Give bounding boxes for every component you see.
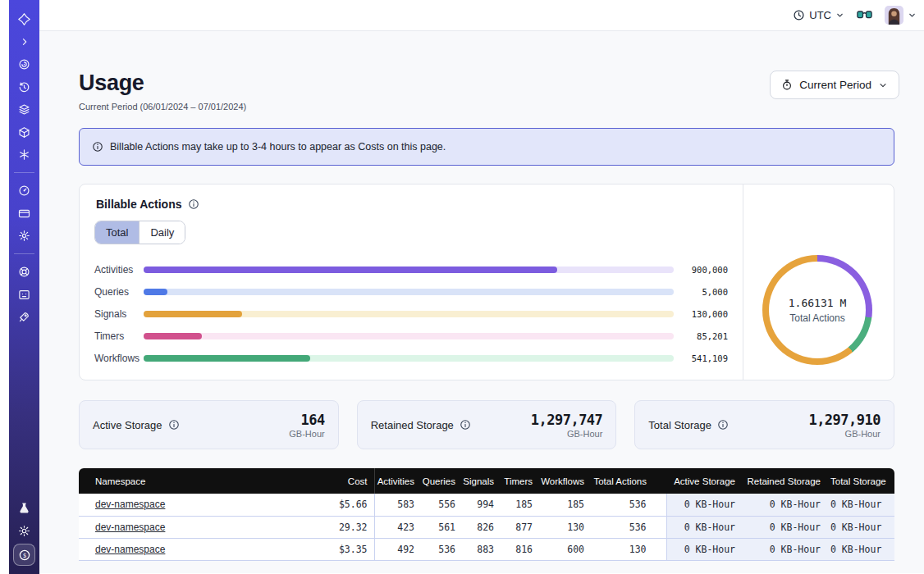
table-cell: 883 [458, 538, 496, 560]
history-icon[interactable] [14, 76, 35, 98]
rocket-icon[interactable] [14, 307, 35, 328]
gear-icon[interactable] [14, 226, 35, 247]
namespace-cell[interactable]: dev-namespace [79, 516, 302, 538]
info-icon[interactable] [717, 419, 729, 430]
bar-row-signals: Signals130,000 [94, 303, 728, 325]
bar-fill [144, 355, 310, 362]
namespace-link[interactable]: dev-namespace [95, 522, 165, 533]
main-area: UTC Usage Current Period (06/01/2024 – 0… [39, 0, 924, 574]
info-icon [92, 141, 103, 153]
column-header-active-storage: Active Storage [666, 468, 745, 494]
namespace-cell[interactable]: dev-namespace [79, 494, 302, 516]
sun-icon[interactable] [13, 520, 34, 541]
info-banner: Billable Actions may take up to 3-4 hour… [79, 128, 894, 166]
bar-value: 85,201 [674, 331, 728, 341]
cube-icon[interactable] [14, 121, 35, 143]
period-dropdown-button[interactable]: Current Period [770, 71, 899, 99]
billable-bars-chart: Activities900,000Queries5,000Signals130,… [94, 258, 728, 369]
bar-value: 900,000 [674, 265, 728, 275]
chevron-right-icon[interactable] [14, 31, 35, 52]
column-header-retained-storage: Retained Storage [745, 468, 830, 494]
page-title: Usage [79, 69, 246, 97]
namespace-link[interactable]: dev-namespace [95, 499, 165, 510]
bar-value: 130,000 [674, 309, 728, 319]
namespaces-icon[interactable] [14, 54, 35, 75]
sidebar: $ [9, 0, 39, 574]
bar-row-activities: Activities900,000 [94, 258, 728, 280]
lifebuoy-icon[interactable] [14, 262, 35, 283]
asterisk-icon[interactable] [14, 144, 35, 166]
dollar-coin-icon[interactable]: $ [13, 544, 35, 566]
bar-track [144, 311, 674, 317]
table-cell: 600 [535, 538, 587, 560]
storage-card-label: Total Storage [648, 419, 711, 431]
table-cell: 185 [496, 494, 535, 516]
storage-card-label: Active Storage [93, 419, 162, 431]
table-cell: $3.35 [302, 538, 374, 560]
table-cell: 816 [496, 538, 535, 560]
info-icon[interactable] [168, 419, 180, 430]
bar-row-queries: Queries5,000 [94, 280, 728, 303]
storage-card-unit: GB-Hour [808, 429, 881, 439]
bar-fill [144, 333, 202, 339]
sidebar-group-help [14, 260, 35, 329]
layers-icon[interactable] [14, 99, 35, 121]
clock-icon [793, 9, 805, 21]
table-cell: 0 KB-Hour [830, 494, 894, 516]
table-cell: 492 [374, 538, 417, 560]
bar-label: Timers [94, 330, 144, 342]
glasses-icon[interactable] [857, 10, 872, 20]
table-cell: 0 KB-Hour [830, 516, 894, 538]
sidebar-divider [14, 172, 34, 173]
donut-panel: 1.66131 M Total Actions [743, 184, 894, 380]
table-cell: 130 [587, 538, 666, 560]
info-icon[interactable] [188, 198, 199, 210]
namespace-link[interactable]: dev-namespace [95, 544, 165, 555]
bar-fill [144, 289, 167, 295]
billable-actions-title: Billable Actions [96, 198, 182, 211]
avatar [885, 6, 903, 25]
tab-total[interactable]: Total [95, 221, 139, 244]
table-row: dev-namespace$3.354925368838166001300 KB… [79, 538, 894, 560]
terminal-icon[interactable] [14, 284, 35, 305]
bar-fill [144, 311, 242, 317]
storage-card-unit: GB-Hour [531, 429, 603, 439]
table-cell: 0 KB-Hour [666, 516, 745, 538]
namespace-cell[interactable]: dev-namespace [79, 538, 302, 560]
table-cell: 0 KB-Hour [666, 538, 745, 560]
table-cell: 583 [374, 494, 417, 516]
column-header-total-storage: Total Storage [830, 468, 894, 494]
storage-card-value: 1,297,747 [531, 412, 603, 428]
bar-track [144, 355, 674, 362]
bar-label: Activities [94, 264, 144, 276]
storage-card-retained-storage: Retained Storage1,297,747GB-Hour [357, 400, 617, 449]
tab-daily[interactable]: Daily [139, 221, 185, 244]
column-header-timers: Timers [496, 468, 535, 494]
table-cell: 877 [496, 516, 535, 538]
donut-total-value: 1.66131 M [789, 297, 846, 309]
user-menu[interactable] [885, 6, 917, 25]
temporal-logo-icon[interactable] [14, 9, 35, 30]
content: Usage Current Period (06/01/2024 – 07/01… [39, 31, 924, 573]
stopwatch-icon [781, 79, 793, 91]
column-header-total-actions: Total Actions [587, 468, 666, 494]
namespace-usage-table: NamespaceCostActivitiesQueriesSignalsTim… [79, 468, 894, 561]
storage-card-label: Retained Storage [371, 419, 454, 431]
column-header-signals: Signals [458, 468, 496, 494]
column-header-cost: Cost [302, 468, 374, 494]
timezone-selector[interactable]: UTC [793, 9, 844, 21]
table-cell: 556 [417, 494, 458, 516]
table-cell: 0 KB-Hour [745, 494, 830, 516]
table-cell: 994 [458, 494, 496, 516]
bar-track [144, 289, 674, 295]
sidebar-group-bottom: $ [13, 496, 35, 566]
storage-summary-row: Active Storage164GB-HourRetained Storage… [79, 400, 894, 449]
credit-card-icon[interactable] [14, 203, 35, 224]
table-cell: 0 KB-Hour [666, 494, 745, 516]
info-icon[interactable] [460, 419, 471, 430]
gauge-icon[interactable] [14, 180, 35, 202]
flask-icon[interactable] [13, 498, 34, 519]
storage-card-active-storage: Active Storage164GB-Hour [79, 400, 339, 449]
bar-row-timers: Timers85,201 [94, 325, 728, 347]
bar-fill [144, 266, 557, 273]
